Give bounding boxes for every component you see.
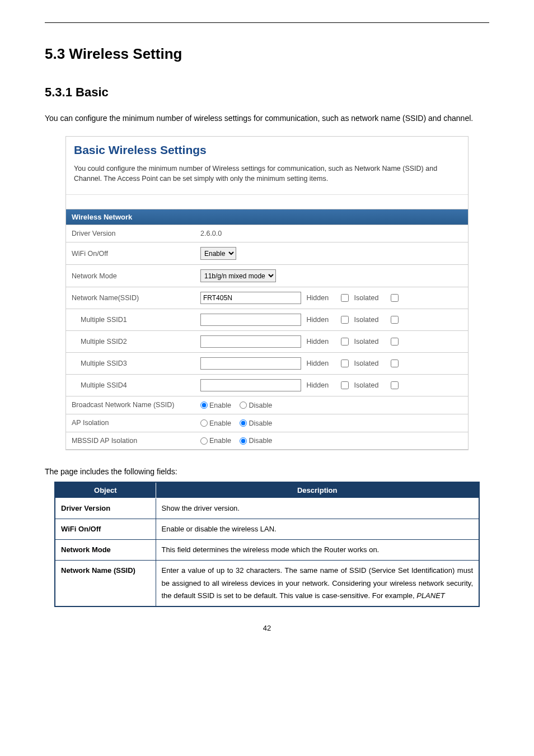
row-ap-isolation: AP Isolation Enable Disable — [66, 414, 468, 432]
select-wifi-onoff[interactable]: Enable — [200, 247, 236, 260]
radio-mbssid-enable[interactable] — [200, 437, 208, 445]
radio-apisolation-disable[interactable] — [240, 419, 247, 427]
cell-object-network-name-ssid: Network Name (SSID) — [55, 561, 156, 606]
input-multiple-ssid1[interactable] — [200, 314, 301, 326]
row-network-mode: Network Mode 11b/g/n mixed mode — [66, 265, 468, 287]
cell-desc-network-name-ssid: Enter a value of up to 32 characters. Th… — [156, 561, 479, 606]
label-multiple-ssid4: Multiple SSID4 — [66, 375, 195, 396]
label-wifi-onoff: WiFi On/Off — [66, 242, 195, 265]
radio-mbssid-disable[interactable] — [240, 437, 247, 445]
radio-label-apisolation-enable: Enable — [209, 419, 231, 427]
row-network-name-ssid: Network Name(SSID) Hidden Isolated — [66, 287, 468, 309]
input-multiple-ssid2[interactable] — [200, 335, 301, 348]
cell-desc-driver-version: Show the driver version. — [156, 498, 479, 519]
radio-broadcast-disable[interactable] — [240, 402, 247, 409]
radio-label-mbssid-enable: Enable — [209, 437, 231, 445]
cell-desc-wifi-onoff: Enable or disable the wireless LAN. — [156, 519, 479, 540]
checkbox-isolated-ssid4[interactable] — [391, 381, 399, 389]
checkbox-hidden-ssid4[interactable] — [341, 381, 349, 389]
cell-desc-network-mode: This field determines the wireless mode … — [156, 540, 479, 561]
checkbox-isolated-main[interactable] — [391, 294, 399, 302]
value-driver-version: 2.6.0.0 — [195, 225, 468, 242]
label-isolated-main: Isolated — [354, 294, 379, 302]
desc-ssid-italic: PLANET — [416, 591, 445, 600]
radio-label-broadcast-enable: Enable — [209, 402, 231, 409]
intro-paragraph: You can configure the minimum number of … — [45, 111, 489, 126]
label-isolated-ssid4: Isolated — [354, 381, 379, 389]
radio-apisolation-enable[interactable] — [200, 419, 208, 427]
label-network-name-ssid: Network Name(SSID) — [66, 287, 195, 309]
panel-spacer — [66, 194, 468, 209]
checkbox-hidden-main[interactable] — [341, 294, 349, 302]
label-driver-version: Driver Version — [66, 225, 195, 242]
label-mbssid-isolation: MBSSID AP Isolation — [66, 432, 195, 450]
select-network-mode[interactable]: 11b/g/n mixed mode — [200, 269, 276, 282]
radio-label-apisolation-disable: Disable — [249, 419, 272, 427]
label-hidden-ssid4: Hidden — [306, 381, 329, 389]
heading-wireless-setting: 5.3 Wireless Setting — [45, 45, 489, 63]
row-wifi-onoff: WiFi On/Off Enable — [66, 242, 468, 265]
basic-wireless-settings-panel: Basic Wireless Settings You could config… — [65, 136, 469, 451]
radio-label-mbssid-disable: Disable — [249, 437, 272, 445]
table-row: Network Name (SSID) Enter a value of up … — [55, 561, 479, 606]
row-multiple-ssid3: Multiple SSID3 Hidden Isolated — [66, 353, 468, 375]
checkbox-hidden-ssid1[interactable] — [341, 316, 349, 324]
fields-intro: The page includes the following fields: — [45, 467, 489, 476]
panel-description: You could configure the minimum number o… — [74, 164, 460, 185]
checkbox-hidden-ssid3[interactable] — [341, 360, 349, 367]
cell-object-network-mode: Network Mode — [55, 540, 156, 561]
row-multiple-ssid1: Multiple SSID1 Hidden Isolated — [66, 309, 468, 331]
label-hidden-ssid2: Hidden — [306, 338, 329, 346]
checkbox-isolated-ssid1[interactable] — [391, 316, 399, 324]
table-row: Driver Version Show the driver version. — [55, 498, 479, 519]
label-isolated-ssid3: Isolated — [354, 360, 379, 367]
row-driver-version: Driver Version 2.6.0.0 — [66, 225, 468, 242]
page-number: 42 — [45, 624, 489, 632]
label-ap-isolation: AP Isolation — [66, 414, 195, 432]
description-table: Object Description Driver Version Show t… — [54, 482, 480, 607]
checkbox-hidden-ssid2[interactable] — [341, 338, 349, 346]
row-multiple-ssid2: Multiple SSID2 Hidden Isolated — [66, 331, 468, 353]
checkbox-isolated-ssid2[interactable] — [391, 338, 399, 346]
header-object: Object — [55, 482, 156, 498]
table-row: Network Mode This field determines the w… — [55, 540, 479, 561]
label-hidden-ssid1: Hidden — [306, 316, 329, 324]
radio-label-broadcast-disable: Disable — [249, 402, 272, 409]
input-network-name-ssid[interactable] — [200, 292, 301, 304]
top-divider — [45, 22, 489, 23]
wireless-form-table: Driver Version 2.6.0.0 WiFi On/Off Enabl… — [66, 225, 468, 450]
label-isolated-ssid2: Isolated — [354, 338, 379, 346]
header-description: Description — [156, 482, 479, 498]
heading-basic: 5.3.1 Basic — [45, 85, 489, 100]
label-network-mode: Network Mode — [66, 265, 195, 287]
input-multiple-ssid4[interactable] — [200, 379, 301, 391]
label-broadcast-ssid: Broadcast Network Name (SSID) — [66, 396, 195, 414]
label-multiple-ssid1: Multiple SSID1 — [66, 309, 195, 331]
label-multiple-ssid2: Multiple SSID2 — [66, 331, 195, 353]
input-multiple-ssid3[interactable] — [200, 357, 301, 370]
cell-object-driver-version: Driver Version — [55, 498, 156, 519]
label-hidden-main: Hidden — [306, 294, 329, 302]
radio-broadcast-enable[interactable] — [200, 402, 208, 409]
section-header-wireless-network: Wireless Network — [66, 209, 468, 225]
cell-object-wifi-onoff: WiFi On/Off — [55, 519, 156, 540]
label-isolated-ssid1: Isolated — [354, 316, 379, 324]
checkbox-isolated-ssid3[interactable] — [391, 360, 399, 367]
row-mbssid-isolation: MBSSID AP Isolation Enable Disable — [66, 432, 468, 450]
label-hidden-ssid3: Hidden — [306, 360, 329, 367]
panel-title: Basic Wireless Settings — [74, 143, 460, 157]
table-row: WiFi On/Off Enable or disable the wirele… — [55, 519, 479, 540]
row-broadcast-ssid: Broadcast Network Name (SSID) Enable Dis… — [66, 396, 468, 414]
label-multiple-ssid3: Multiple SSID3 — [66, 353, 195, 375]
row-multiple-ssid4: Multiple SSID4 Hidden Isolated — [66, 375, 468, 396]
